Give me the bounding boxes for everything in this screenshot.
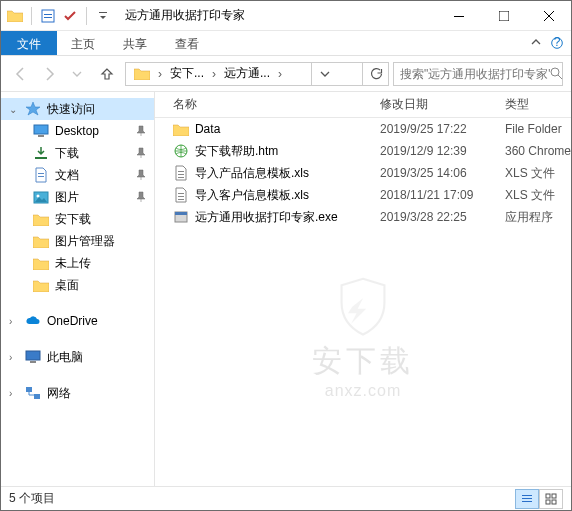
breadcrumb-chevron-icon[interactable]: › xyxy=(154,67,166,81)
xls-icon xyxy=(173,187,189,203)
breadcrumb-chevron-icon[interactable]: › xyxy=(274,67,286,81)
desktop-icon xyxy=(33,123,49,139)
breadcrumb-dropdown-icon[interactable] xyxy=(311,63,337,85)
column-headers: 名称 修改日期 类型 xyxy=(155,92,571,118)
nav-back-button[interactable] xyxy=(9,62,33,86)
svg-rect-34 xyxy=(546,500,550,504)
svg-rect-26 xyxy=(178,199,184,200)
sidebar-onedrive[interactable]: › OneDrive xyxy=(1,310,154,332)
folder-icon xyxy=(33,233,49,249)
sidebar-item-label: OneDrive xyxy=(47,314,98,328)
expand-icon[interactable]: ⌄ xyxy=(9,104,19,115)
expand-icon[interactable]: › xyxy=(9,316,19,327)
breadcrumb-seg-2[interactable]: 远方通... xyxy=(220,63,274,85)
svg-rect-13 xyxy=(38,176,44,177)
expand-icon[interactable]: › xyxy=(9,388,19,399)
file-type: XLS 文件 xyxy=(505,165,571,182)
sidebar-item-label: 未上传 xyxy=(55,255,91,272)
sidebar-item-label: 桌面 xyxy=(55,277,79,294)
address-toolbar: › 安下... › 远方通... › xyxy=(1,56,571,92)
breadcrumb-seg-1[interactable]: 安下... xyxy=(166,63,208,85)
svg-rect-5 xyxy=(499,11,509,21)
sidebar-item[interactable]: 文档 xyxy=(1,164,154,186)
view-thumbnails-button[interactable] xyxy=(539,489,563,509)
status-bar: 5 个项目 xyxy=(1,486,571,510)
close-button[interactable] xyxy=(526,1,571,30)
quick-access-toolbar xyxy=(1,7,117,25)
file-row[interactable]: 远方通用收据打印专家.exe2019/3/28 22:25应用程序 xyxy=(155,206,571,228)
nav-forward-button[interactable] xyxy=(37,62,61,86)
folder-icon xyxy=(173,121,189,137)
svg-rect-11 xyxy=(35,157,47,159)
sidebar-item-label: 下载 xyxy=(55,145,79,162)
col-header-date[interactable]: 修改日期 xyxy=(380,96,505,113)
sidebar-item[interactable]: 桌面 xyxy=(1,274,154,296)
expand-icon[interactable]: › xyxy=(9,352,19,363)
svg-rect-12 xyxy=(38,173,44,174)
qat-check-icon[interactable] xyxy=(61,7,79,25)
sidebar-item[interactable]: Desktop xyxy=(1,120,154,142)
file-name: 导入客户信息模板.xls xyxy=(195,187,309,204)
refresh-button[interactable] xyxy=(362,63,388,85)
sidebar-item[interactable]: 图片管理器 xyxy=(1,230,154,252)
col-header-type[interactable]: 类型 xyxy=(505,96,571,113)
qat-properties-icon[interactable] xyxy=(39,7,57,25)
file-row[interactable]: 导入客户信息模板.xls2018/11/21 17:09XLS 文件 xyxy=(155,184,571,206)
sidebar-item[interactable]: 安下载 xyxy=(1,208,154,230)
minimize-button[interactable] xyxy=(436,1,481,30)
sidebar-item[interactable]: 未上传 xyxy=(1,252,154,274)
file-name: 远方通用收据打印专家.exe xyxy=(195,209,338,226)
view-details-button[interactable] xyxy=(515,489,539,509)
search-box[interactable] xyxy=(393,62,563,86)
svg-rect-9 xyxy=(34,125,48,134)
file-name: 安下载帮助.htm xyxy=(195,143,278,160)
nav-up-button[interactable] xyxy=(95,62,119,86)
sidebar-quick-access[interactable]: ⌄ 快速访问 xyxy=(1,98,154,120)
qat-dropdown-icon[interactable] xyxy=(94,7,112,25)
svg-rect-1 xyxy=(44,14,52,15)
search-input[interactable] xyxy=(400,67,550,81)
sidebar-item[interactable]: 下载 xyxy=(1,142,154,164)
watermark-url: anxz.com xyxy=(312,382,414,400)
pin-icon xyxy=(136,147,146,159)
search-icon[interactable] xyxy=(550,67,563,80)
folder-icon xyxy=(33,255,49,271)
window-title: 远方通用收据打印专家 xyxy=(117,7,436,24)
file-date: 2019/9/25 17:22 xyxy=(380,122,505,136)
svg-rect-17 xyxy=(30,361,36,363)
svg-rect-18 xyxy=(26,387,32,392)
svg-rect-29 xyxy=(522,495,532,496)
sidebar-item[interactable]: 图片 xyxy=(1,186,154,208)
file-row[interactable]: Data2019/9/25 17:22File Folder xyxy=(155,118,571,140)
tab-home[interactable]: 主页 xyxy=(57,31,109,55)
navigation-sidebar[interactable]: ⌄ 快速访问 Desktop下载文档图片安下载图片管理器未上传桌面 › OneD… xyxy=(1,92,155,486)
file-type: 360 Chrome xyxy=(505,144,571,158)
sidebar-item-label: Desktop xyxy=(55,124,99,138)
sidebar-item-label: 此电脑 xyxy=(47,349,83,366)
svg-rect-4 xyxy=(454,16,464,17)
file-row[interactable]: 安下载帮助.htm2019/12/9 12:39360 Chrome xyxy=(155,140,571,162)
file-row[interactable]: 导入产品信息模板.xls2019/3/25 14:06XLS 文件 xyxy=(155,162,571,184)
breadcrumb-root-icon[interactable] xyxy=(130,63,154,85)
ribbon-collapse-icon[interactable] xyxy=(531,38,541,48)
help-icon[interactable]: ? xyxy=(551,37,563,49)
sidebar-thispc[interactable]: › 此电脑 xyxy=(1,346,154,368)
svg-rect-31 xyxy=(522,501,532,502)
breadcrumb-chevron-icon[interactable]: › xyxy=(208,67,220,81)
file-name: 导入产品信息模板.xls xyxy=(195,165,309,182)
sidebar-item-label: 快速访问 xyxy=(47,101,95,118)
tab-view[interactable]: 查看 xyxy=(161,31,213,55)
breadcrumb[interactable]: › 安下... › 远方通... › xyxy=(125,62,389,86)
file-list[interactable]: 名称 修改日期 类型 Data2019/9/25 17:22File Folde… xyxy=(155,92,571,486)
col-header-name[interactable]: 名称 xyxy=(155,96,380,113)
file-date: 2018/11/21 17:09 xyxy=(380,188,505,202)
exe-icon xyxy=(173,209,189,225)
tab-file[interactable]: 文件 xyxy=(1,31,57,55)
cloud-icon xyxy=(25,315,41,327)
tab-share[interactable]: 共享 xyxy=(109,31,161,55)
maximize-button[interactable] xyxy=(481,1,526,30)
svg-rect-35 xyxy=(552,500,556,504)
sidebar-network[interactable]: › 网络 xyxy=(1,382,154,404)
nav-recent-button[interactable] xyxy=(65,62,89,86)
svg-rect-30 xyxy=(522,498,532,499)
